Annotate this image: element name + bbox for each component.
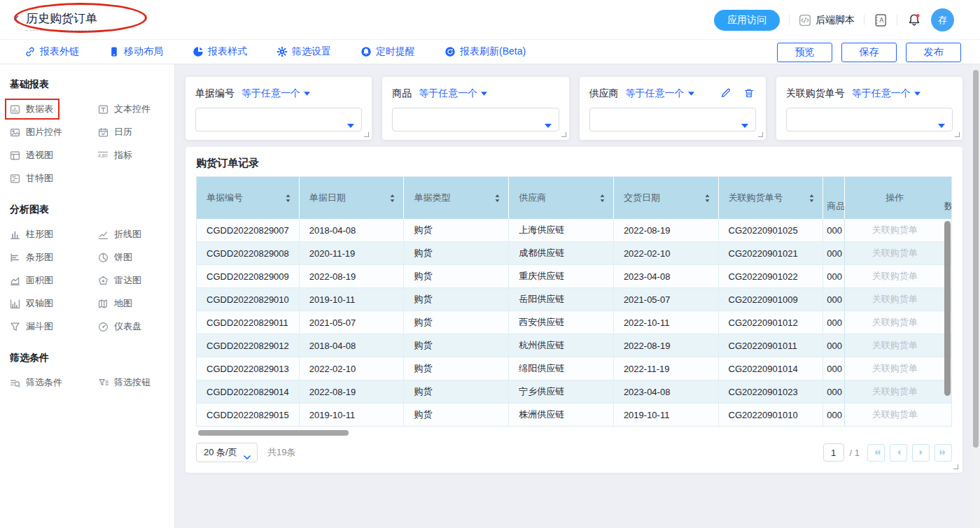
related-order-action-button[interactable]: 关联购货单 <box>845 219 944 241</box>
filter-value-select[interactable] <box>195 108 362 131</box>
publish-button[interactable]: 发布 <box>906 43 961 62</box>
filter-card-3[interactable]: 关联购货单号 等于任意一个 <box>776 77 962 140</box>
related-order-action-button[interactable]: 关联购货单 <box>845 404 944 426</box>
column-header-supplier[interactable]: 供应商 <box>509 177 614 219</box>
page-size-select[interactable]: 20 条/页 <box>196 443 258 462</box>
tab-mobile-layout[interactable]: 移动布局 <box>108 45 163 58</box>
sidebar-item-map[interactable]: 地图 <box>98 297 132 310</box>
sidebar-item-filter-button[interactable]: 筛选按钮 <box>98 376 150 389</box>
funnel-icon <box>10 322 20 332</box>
sidebar-item-filter-condition[interactable]: 筛选条件 <box>10 376 62 389</box>
cell-order-no: CGDD20220829015 <box>197 404 300 426</box>
related-order-action-button[interactable]: 关联购货单 <box>845 380 944 403</box>
last-page-button[interactable] <box>934 444 952 462</box>
filter-operator-dropdown[interactable]: 等于任意一个 <box>241 87 310 100</box>
resize-handle[interactable] <box>955 132 960 137</box>
sidebar-item-gauge[interactable]: 仪表盘 <box>98 320 141 333</box>
column-header-product-clipped[interactable]: 商品 <box>823 177 845 219</box>
sort-icon[interactable] <box>285 194 291 203</box>
api-doc-icon[interactable]: A <box>874 13 888 27</box>
next-page-button[interactable] <box>912 444 930 462</box>
resize-handle[interactable] <box>953 464 958 469</box>
sort-icon[interactable] <box>704 194 710 203</box>
trash-icon[interactable] <box>743 87 755 99</box>
related-order-action-button[interactable]: 关联购货单 <box>845 265 944 287</box>
sidebar-item-pivot[interactable]: 透视图 <box>10 149 53 162</box>
table-horizontal-scrollbar[interactable] <box>198 430 349 436</box>
sidebar-item-indicator[interactable]: 4,80 指标 <box>98 149 132 162</box>
cell-order-type: 购货 <box>404 404 509 426</box>
app-access-button[interactable]: 应用访问 <box>714 10 780 31</box>
save-button[interactable]: 保存 <box>841 43 897 62</box>
resize-handle[interactable] <box>758 132 763 137</box>
filter-value-select[interactable] <box>392 108 559 131</box>
preview-button[interactable]: 预览 <box>777 43 832 62</box>
cell-related-no: CG20220901011 <box>719 334 824 357</box>
filter-operator-dropdown[interactable]: 等于任意一个 <box>419 87 487 100</box>
first-page-button[interactable] <box>867 444 885 462</box>
sidebar-item-line-chart[interactable]: 折线图 <box>98 228 141 241</box>
edit-pencil-icon[interactable] <box>720 87 732 99</box>
column-header-related-no[interactable]: 关联购货单号 <box>719 177 824 219</box>
related-order-action-button[interactable]: 关联购货单 <box>845 311 944 334</box>
page-scrollbar[interactable] <box>973 70 979 448</box>
sort-icon[interactable] <box>599 194 606 203</box>
resize-handle[interactable] <box>561 132 566 137</box>
column-header-order-date[interactable]: 单据日期 <box>300 177 405 219</box>
related-order-action-button[interactable]: 关联购货单 <box>845 357 944 380</box>
cell-delivery-date: 2023-04-08 <box>614 265 719 287</box>
filter-operator-dropdown[interactable]: 等于任意一个 <box>626 87 694 100</box>
notification-bell-icon[interactable] <box>906 13 922 28</box>
sidebar-item-hbar-chart[interactable]: 条形图 <box>10 251 53 264</box>
tab-timed-reminder[interactable]: 定时提醒 <box>360 45 415 58</box>
column-header-order-type[interactable]: 单据类型 <box>404 177 509 219</box>
table-row-5: CGDD20220829012 2018-04-08 购货 杭州供应链 2022… <box>197 334 951 357</box>
tab-report-style[interactable]: 报表样式 <box>192 45 247 58</box>
sidebar-item-gantt[interactable]: 甘特图 <box>10 172 53 185</box>
related-order-action-button[interactable]: 关联购货单 <box>845 334 944 357</box>
tab-filter-settings[interactable]: 筛选设置 <box>276 45 331 58</box>
sidebar-item-funnel[interactable]: 漏斗图 <box>10 320 53 333</box>
sidebar-item-label: 筛选按钮 <box>114 376 150 389</box>
page-title[interactable]: 历史购货订单 <box>26 10 97 31</box>
sidebar-item-bar-chart[interactable]: 柱形图 <box>10 228 53 241</box>
related-order-action-button[interactable]: 关联购货单 <box>845 242 944 264</box>
table-row-4: CGDD20220829011 2021-05-07 购货 西安供应链 2022… <box>197 311 951 334</box>
table-vertical-scrollbar[interactable] <box>944 221 951 396</box>
sidebar-item-dual-axis[interactable]: 双轴图 <box>10 297 53 310</box>
sort-icon[interactable] <box>808 194 815 203</box>
filter-card-1[interactable]: 商品 等于任意一个 <box>382 77 568 140</box>
related-order-action-button[interactable]: 关联购货单 <box>845 288 944 311</box>
back-icon[interactable] <box>12 14 22 25</box>
sort-icon[interactable] <box>389 194 396 203</box>
sort-icon[interactable] <box>494 194 500 203</box>
sidebar-item-data-table[interactable]: 数据表 <box>10 103 53 115</box>
sidebar-item-text-widget[interactable]: 文本控件 <box>98 103 150 115</box>
filter-value-select[interactable] <box>589 108 756 131</box>
sidebar-item-radar-chart[interactable]: 雷达图 <box>98 274 141 287</box>
prev-page-button[interactable] <box>890 444 907 462</box>
filter-card-2[interactable]: 供应商 等于任意一个 <box>580 77 766 140</box>
filter-card-0[interactable]: 单据编号 等于任意一个 <box>186 77 372 140</box>
report-link-icon <box>24 46 36 57</box>
tab-report-refresh[interactable]: 报表刷新(Beta) <box>444 45 526 58</box>
filter-operator-dropdown[interactable]: 等于任意一个 <box>852 87 920 100</box>
user-avatar[interactable]: 存 <box>931 8 954 31</box>
cell-order-no: CGDD20220829014 <box>197 380 300 403</box>
filter-value-select[interactable] <box>786 108 953 131</box>
column-header-delivery-date[interactable]: 交货日期 <box>614 177 719 219</box>
tab-report-link[interactable]: 报表外链 <box>24 45 79 58</box>
sidebar-item-area-chart[interactable]: 面积图 <box>10 274 53 287</box>
sidebar-item-pie-chart[interactable]: 饼图 <box>98 251 132 264</box>
cell-order-type: 购货 <box>404 311 509 334</box>
backend-script-button[interactable]: 后端脚本 <box>799 14 855 27</box>
resize-handle[interactable] <box>364 132 369 137</box>
sidebar-item-image-widget[interactable]: 图片控件 <box>10 126 62 138</box>
current-page-input[interactable]: 1 <box>823 443 844 462</box>
sidebar-item-label: 指标 <box>114 149 132 162</box>
sidebar-item-calendar[interactable]: 日历 <box>98 126 132 138</box>
column-header-order-no[interactable]: 单据编号 <box>197 177 300 219</box>
cell-product-clipped: 000 <box>823 265 845 287</box>
caret-down-icon <box>347 118 354 122</box>
sidebar-item-label: 柱形图 <box>26 228 53 241</box>
